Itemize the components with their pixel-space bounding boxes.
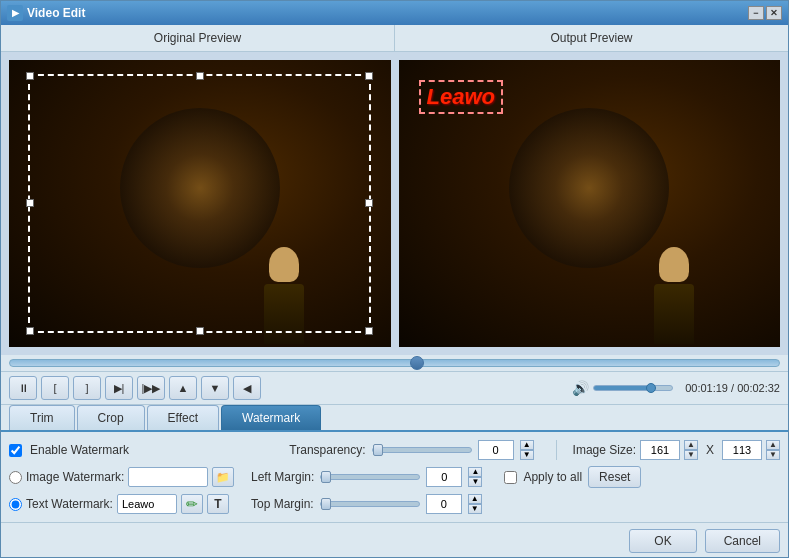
action-row: OK Cancel [1,522,788,557]
seekbar-track[interactable] [9,359,780,367]
crop-handle-mr[interactable] [365,199,373,207]
apply-to-all-checkbox[interactable] [504,471,517,484]
transparency-label: Transparency: [289,443,365,457]
pause-button[interactable]: ⏸ [9,376,37,400]
video-edit-window: ▶ Video Edit − ✕ Original Preview Output… [0,0,789,558]
original-preview-panel [9,60,391,347]
crop-handle-bm[interactable] [196,327,204,335]
crop-handle-br[interactable] [365,327,373,335]
watermark-panel: Enable Watermark Transparency: ▲ ▼ Image… [1,430,788,522]
volume-icon: 🔊 [572,380,589,396]
enable-watermark-checkbox[interactable] [9,444,22,457]
text-watermark-label: Text Watermark: [26,497,113,511]
image-size-label: Image Size: [573,443,636,457]
image-size-row: Image Size: ▲ ▼ X ▲ ▼ [573,440,780,460]
left-margin-spinner: ▲ ▼ [468,467,482,487]
left-margin-input[interactable] [426,467,462,487]
transparency-spinner: ▲ ▼ [520,440,534,460]
title-buttons: − ✕ [748,6,782,20]
x-separator: X [702,443,718,457]
output-video-content: Leawo [399,60,781,347]
crop-selection-box[interactable] [28,74,371,332]
cancel-button[interactable]: Cancel [705,529,780,553]
transparency-input[interactable] [478,440,514,460]
transparency-slider[interactable] [372,447,472,453]
app-icon: ▶ [7,5,23,21]
left-margin-up[interactable]: ▲ [468,467,482,477]
top-margin-slider[interactable] [320,501,420,507]
left-margin-thumb[interactable] [321,471,331,483]
image-watermark-label: Image Watermark: [26,470,124,484]
tab-watermark[interactable]: Watermark [221,405,321,430]
top-margin-input[interactable] [426,494,462,514]
original-preview-label: Original Preview [1,25,395,51]
image-size-w-input[interactable] [640,440,680,460]
edit-text-button[interactable]: ✏ [181,494,203,514]
arrow-down-button[interactable]: ▼ [201,376,229,400]
image-path-input[interactable] [128,467,208,487]
image-watermark-row: Image Watermark: 📁 Left Margin: ▲ ▼ Appl… [9,466,780,488]
image-size-w-spinner: ▲ ▼ [684,440,698,460]
transparency-up[interactable]: ▲ [520,440,534,450]
font-button[interactable]: T [207,494,229,514]
to-end-button[interactable]: |▶▶ [137,376,165,400]
volume-area: 🔊 00:01:19 / 00:02:32 [572,380,780,396]
output-scene-figure [644,247,704,337]
text-watermark-radio[interactable] [9,498,22,511]
reset-button[interactable]: Reset [588,466,641,488]
crop-handle-ml[interactable] [26,199,34,207]
time-display: 00:01:19 / 00:02:32 [685,382,780,394]
volume-track[interactable] [593,385,673,391]
output-figure-head [659,247,689,282]
output-scene-mandala [509,108,669,268]
arrow-up-button[interactable]: ▲ [169,376,197,400]
tabs-bar: Trim Crop Effect Watermark [1,405,788,430]
original-video-content [9,60,391,347]
tab-effect[interactable]: Effect [147,405,219,430]
transparency-thumb[interactable] [373,444,383,456]
image-size-h-input[interactable] [722,440,762,460]
image-size-h-down[interactable]: ▼ [766,450,780,460]
volume-thumb[interactable] [646,383,656,393]
minimize-button[interactable]: − [748,6,764,20]
left-margin-label: Left Margin: [251,470,314,484]
crop-handle-tr[interactable] [365,72,373,80]
image-size-h-spinner: ▲ ▼ [766,440,780,460]
apply-to-all-label: Apply to all [523,470,582,484]
crop-handle-bl[interactable] [26,327,34,335]
output-figure-body [654,284,694,344]
left-margin-down[interactable]: ▼ [468,477,482,487]
image-watermark-radio[interactable] [9,471,22,484]
tab-trim[interactable]: Trim [9,405,75,430]
crop-handle-tm[interactable] [196,72,204,80]
image-size-section: Image Size: ▲ ▼ X ▲ ▼ [556,440,780,460]
image-size-w-down[interactable]: ▼ [684,450,698,460]
watermark-text-input[interactable] [117,494,177,514]
tab-crop[interactable]: Crop [77,405,145,430]
transparency-down[interactable]: ▼ [520,450,534,460]
image-size-w-up[interactable]: ▲ [684,440,698,450]
output-preview-label: Output Preview [395,25,788,51]
output-preview-panel: Leawo [399,60,781,347]
time-total: 00:02:32 [737,382,780,394]
left-margin-slider[interactable] [320,474,420,480]
text-watermark-row: Text Watermark: ✏ T Top Margin: ▲ ▼ [9,494,780,514]
title-bar: ▶ Video Edit − ✕ [1,1,788,25]
browse-button[interactable]: 📁 [212,467,234,487]
seekbar-thumb[interactable] [410,356,424,370]
top-margin-spinner: ▲ ▼ [468,494,482,514]
close-button[interactable]: ✕ [766,6,782,20]
image-size-h-up[interactable]: ▲ [766,440,780,450]
ok-button[interactable]: OK [629,529,696,553]
arrow-left-button[interactable]: ◀ [233,376,261,400]
mark-in-button[interactable]: [ [41,376,69,400]
top-margin-up[interactable]: ▲ [468,494,482,504]
top-margin-down[interactable]: ▼ [468,504,482,514]
preview-header: Original Preview Output Preview [1,25,788,52]
controls-bar: ⏸ [ ] ▶| |▶▶ ▲ ▼ ◀ 🔊 00:01:19 / 00:02:32 [1,371,788,405]
preview-area: Leawo [1,52,788,355]
top-margin-thumb[interactable] [321,498,331,510]
next-frame-button[interactable]: ▶| [105,376,133,400]
crop-handle-tl[interactable] [26,72,34,80]
mark-out-button[interactable]: ] [73,376,101,400]
